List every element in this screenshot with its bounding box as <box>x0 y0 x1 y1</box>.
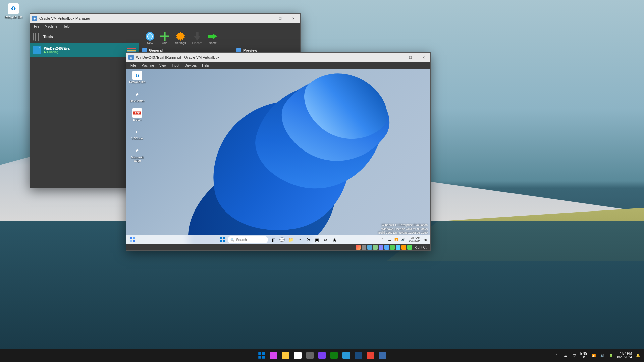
copilot-tray-icon[interactable]: ◐ <box>423 237 428 242</box>
taskbar-start[interactable] <box>257 350 267 360</box>
maximize-button[interactable]: ☐ <box>273 14 287 23</box>
taskbar-task-view[interactable]: ◧ <box>269 236 277 244</box>
cpu-indicator-icon[interactable] <box>401 245 406 250</box>
taskbar-terminal-like[interactable] <box>377 350 387 360</box>
guest-desktop[interactable]: ♻Recycle BineDevCenterEULAeVSCodeeMicros… <box>126 69 430 244</box>
vm-status: Running <box>44 50 124 54</box>
network-indicator-icon[interactable] <box>373 245 378 250</box>
menu-devices[interactable]: Devices <box>182 63 200 68</box>
toolbar-add[interactable]: Add <box>160 32 169 45</box>
search-icon: 🔍 <box>230 238 234 242</box>
xbox-icon <box>330 352 338 359</box>
taskbar-chrome[interactable] <box>365 350 375 360</box>
toolbar-new[interactable]: New <box>146 32 154 45</box>
onedrive-icon[interactable]: ☁ <box>387 237 392 242</box>
audio-indicator-icon[interactable] <box>367 245 372 250</box>
taskbar-visual-studio[interactable]: ∞ <box>322 236 330 244</box>
general-heading[interactable]: General <box>142 48 226 53</box>
guest-icon-devcenter[interactable]: eDevCenter <box>128 89 146 103</box>
widgets-button[interactable] <box>128 236 137 244</box>
taskbar-microsoft-store[interactable] <box>293 350 303 360</box>
host-taskbar: ˄ ☁ 🛡 ENG US 📶 🔊 🔋 4:57 PM 8/21/2024 🔔 <box>0 349 644 362</box>
close-button[interactable]: ✕ <box>417 53 430 62</box>
guest-icon-vscode[interactable]: eVSCode <box>128 127 146 140</box>
vbm-menubar: File Machine Help <box>30 23 300 30</box>
recording-indicator-icon[interactable] <box>396 245 400 250</box>
host-recycle-bin[interactable]: ♻ Recycle Bin <box>3 3 23 19</box>
wifi-icon[interactable]: 📶 <box>591 353 596 358</box>
menu-help[interactable]: Help <box>60 24 72 29</box>
hard-disk-indicator-icon[interactable] <box>356 245 361 250</box>
vm-list-item[interactable]: 64 WinDev2407Eval Running <box>30 43 139 57</box>
taskbar-xbox[interactable] <box>329 350 339 360</box>
guest-clock[interactable]: 8:57 AM 8/21/2024 <box>407 237 422 243</box>
wifi-icon[interactable]: 📶 <box>393 237 399 242</box>
volume-icon[interactable]: 🔊 <box>400 237 406 242</box>
taskbar-chat[interactable]: 💬 <box>278 236 286 244</box>
menu-machine[interactable]: Machine <box>139 63 157 68</box>
display-indicator-icon[interactable] <box>390 245 395 250</box>
taskbar-store[interactable]: 🛍 <box>304 236 312 244</box>
notifications-icon[interactable]: 🔔 <box>635 353 641 358</box>
svg-rect-4 <box>220 237 222 239</box>
maximize-button[interactable]: ☐ <box>404 53 417 62</box>
taskbar-terminal[interactable]: ▣ <box>313 236 321 244</box>
vbm-titlebar[interactable]: ◈ Oracle VM VirtualBox Manager — ☐ ✕ <box>30 14 300 23</box>
minimize-button[interactable]: — <box>390 53 404 62</box>
start-button[interactable] <box>218 236 226 244</box>
menu-help[interactable]: Help <box>199 63 212 68</box>
vbm-title: Oracle VM VirtualBox Manager <box>39 16 260 20</box>
usb-indicator-icon[interactable] <box>379 245 383 250</box>
copilot-icon <box>270 352 277 359</box>
recycle-bin-icon: ♻ <box>132 71 142 80</box>
host-key-label[interactable]: Right Ctrl <box>414 246 428 249</box>
microsoft-store-icon <box>294 352 302 359</box>
security-icon[interactable]: 🛡 <box>572 353 577 358</box>
tray-chevron-icon[interactable]: ˄ <box>554 353 559 358</box>
tools-item[interactable]: Tools <box>30 30 139 43</box>
volume-icon[interactable]: 🔊 <box>600 353 605 358</box>
toolbar-settings[interactable]: Settings <box>175 32 186 45</box>
guest-icon-eula[interactable]: EULA <box>128 108 146 122</box>
svg-rect-5 <box>223 237 225 239</box>
svg-rect-1 <box>133 237 135 239</box>
vm-window-title: WinDev2407Eval [Running] - Oracle VM Vir… <box>136 55 390 59</box>
menu-machine[interactable]: Machine <box>42 24 60 29</box>
optical-drive-indicator-icon[interactable] <box>362 245 366 250</box>
taskbar-ubuntu[interactable]: ◉ <box>330 236 338 244</box>
onedrive-icon[interactable]: ☁ <box>563 353 568 358</box>
menu-view[interactable]: View <box>157 63 169 68</box>
close-button[interactable]: ✕ <box>287 14 300 23</box>
windows-bloom-wallpaper <box>158 69 399 244</box>
guest-taskbar: 🔍 Search ◧💬📁e🛍▣∞◉ ˄ ☁ 📶 🔊 8:57 AM 8/21/2… <box>126 235 430 244</box>
tray-chevron-icon[interactable]: ˄ <box>380 237 385 242</box>
vm-titlebar[interactable]: ◈ WinDev2407Eval [Running] - Oracle VM V… <box>126 53 430 62</box>
settings-like-icon <box>306 352 314 359</box>
taskbar-copilot[interactable] <box>269 350 279 360</box>
minimize-button[interactable]: — <box>260 14 273 23</box>
shared-folders-indicator-icon[interactable] <box>384 245 389 250</box>
preview-heading[interactable]: Preview <box>236 48 297 53</box>
language-indicator[interactable]: ENG US <box>580 352 588 359</box>
search-box[interactable]: 🔍 Search <box>228 236 268 243</box>
taskbar-file-explorer[interactable]: 📁 <box>287 236 295 244</box>
host-clock[interactable]: 4:57 PM 8/21/2024 <box>617 352 632 359</box>
toolbar-discard: Discard <box>192 32 203 45</box>
svg-rect-0 <box>130 237 132 239</box>
menu-file[interactable]: File <box>128 63 139 68</box>
guest-icon-recycle-bin[interactable]: ♻Recycle Bin <box>128 71 146 84</box>
battery-icon[interactable]: 🔋 <box>608 353 614 358</box>
guest-icon-microsoft-edge[interactable]: eMicrosoft Edge <box>128 146 146 163</box>
vm-name: WinDev2407Eval <box>44 47 124 50</box>
taskbar-file-explorer[interactable] <box>281 350 291 360</box>
vm-os-icon: 64 <box>33 46 41 54</box>
taskbar-adobe-like[interactable] <box>317 350 327 360</box>
taskbar-todo-like[interactable] <box>341 350 351 360</box>
menu-file[interactable]: File <box>31 24 42 29</box>
mouse-integration-icon[interactable] <box>407 245 412 250</box>
taskbar-settings-like[interactable] <box>305 350 315 360</box>
taskbar-edge[interactable]: e <box>296 236 304 244</box>
toolbar-show[interactable]: Show <box>208 32 217 45</box>
menu-input[interactable]: Input <box>169 63 182 68</box>
taskbar-virtualbox[interactable] <box>353 350 363 360</box>
